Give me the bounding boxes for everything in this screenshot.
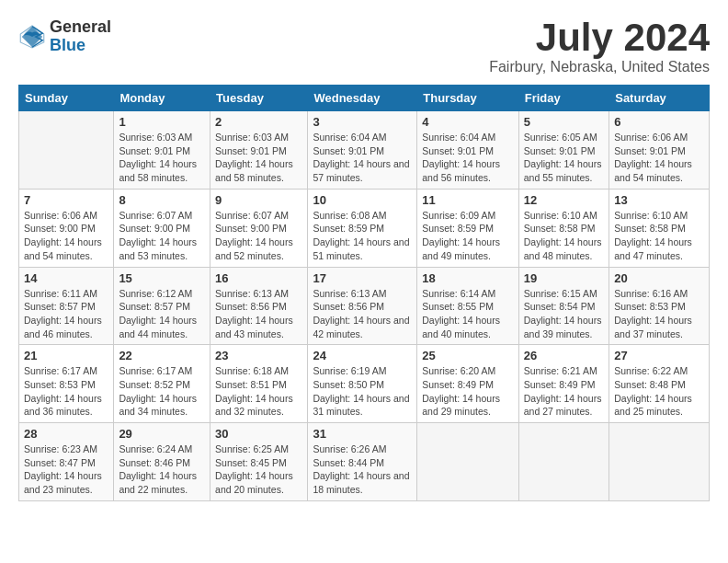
cell-date-number: 7	[24, 193, 108, 207]
cell-sun-info: Sunrise: 6:05 AMSunset: 9:01 PMDaylight:…	[524, 131, 604, 185]
logo-blue: Blue	[50, 37, 111, 55]
cell-date-number: 24	[313, 349, 412, 362]
calendar-cell: 4Sunrise: 6:04 AMSunset: 9:01 PMDaylight…	[417, 111, 519, 190]
title-block: July 2024 Fairbury, Nebraska, United Sta…	[489, 18, 710, 75]
page-header: General Blue July 2024 Fairbury, Nebrask…	[18, 18, 710, 75]
cell-date-number: 29	[119, 427, 205, 441]
cell-date-number: 4	[422, 115, 514, 129]
cell-sun-info: Sunrise: 6:23 AMSunset: 8:47 PMDaylight:…	[24, 442, 108, 497]
cell-sun-info: Sunrise: 6:16 AMSunset: 8:53 PMDaylight:…	[614, 287, 704, 341]
calendar-cell: 14Sunrise: 6:11 AMSunset: 8:57 PMDayligh…	[19, 267, 114, 345]
calendar-cell: 19Sunrise: 6:15 AMSunset: 8:54 PMDayligh…	[518, 267, 609, 345]
calendar-cell: 16Sunrise: 6:13 AMSunset: 8:56 PMDayligh…	[210, 267, 308, 345]
day-header-monday: Monday	[114, 86, 210, 111]
cell-sun-info: Sunrise: 6:14 AMSunset: 8:55 PMDaylight:…	[422, 287, 514, 341]
calendar-header-row: SundayMondayTuesdayWednesdayThursdayFrid…	[19, 86, 710, 111]
calendar-cell	[518, 423, 609, 501]
calendar-subtitle: Fairbury, Nebraska, United States	[489, 59, 710, 75]
calendar-cell	[417, 423, 519, 501]
cell-date-number: 17	[313, 271, 412, 285]
day-header-friday: Friday	[518, 86, 609, 111]
cell-date-number: 26	[524, 349, 604, 362]
cell-sun-info: Sunrise: 6:08 AMSunset: 8:59 PMDaylight:…	[313, 209, 412, 263]
cell-sun-info: Sunrise: 6:09 AMSunset: 8:59 PMDaylight:…	[422, 209, 514, 263]
cell-sun-info: Sunrise: 6:07 AMSunset: 9:00 PMDaylight:…	[215, 209, 302, 263]
calendar-cell: 27Sunrise: 6:22 AMSunset: 8:48 PMDayligh…	[609, 345, 710, 423]
cell-date-number: 14	[24, 271, 108, 285]
cell-date-number: 28	[24, 427, 108, 441]
calendar-cell: 5Sunrise: 6:05 AMSunset: 9:01 PMDaylight…	[518, 111, 609, 190]
cell-sun-info: Sunrise: 6:21 AMSunset: 8:49 PMDaylight:…	[524, 364, 604, 419]
cell-date-number: 3	[313, 115, 412, 129]
calendar-cell	[19, 111, 114, 190]
cell-sun-info: Sunrise: 6:20 AMSunset: 8:49 PMDaylight:…	[422, 364, 514, 419]
cell-sun-info: Sunrise: 6:06 AMSunset: 9:00 PMDaylight:…	[24, 209, 108, 263]
day-header-sunday: Sunday	[19, 86, 114, 111]
calendar-cell: 25Sunrise: 6:20 AMSunset: 8:49 PMDayligh…	[417, 345, 519, 423]
cell-sun-info: Sunrise: 6:10 AMSunset: 8:58 PMDaylight:…	[524, 209, 604, 263]
calendar-cell: 24Sunrise: 6:19 AMSunset: 8:50 PMDayligh…	[308, 345, 417, 423]
cell-date-number: 27	[614, 349, 704, 362]
calendar-cell: 7Sunrise: 6:06 AMSunset: 9:00 PMDaylight…	[19, 189, 114, 267]
cell-date-number: 25	[422, 349, 514, 362]
cell-date-number: 22	[119, 349, 205, 362]
calendar-cell: 11Sunrise: 6:09 AMSunset: 8:59 PMDayligh…	[417, 189, 519, 267]
cell-sun-info: Sunrise: 6:25 AMSunset: 8:45 PMDaylight:…	[215, 442, 302, 497]
calendar-week-row: 14Sunrise: 6:11 AMSunset: 8:57 PMDayligh…	[19, 267, 710, 345]
cell-sun-info: Sunrise: 6:13 AMSunset: 8:56 PMDaylight:…	[215, 287, 302, 341]
cell-date-number: 9	[215, 193, 302, 207]
cell-sun-info: Sunrise: 6:19 AMSunset: 8:50 PMDaylight:…	[313, 364, 412, 419]
cell-date-number: 21	[24, 349, 108, 362]
calendar-week-row: 28Sunrise: 6:23 AMSunset: 8:47 PMDayligh…	[19, 423, 710, 501]
calendar-cell: 20Sunrise: 6:16 AMSunset: 8:53 PMDayligh…	[609, 267, 710, 345]
calendar-cell	[609, 423, 710, 501]
day-header-tuesday: Tuesday	[210, 86, 308, 111]
cell-sun-info: Sunrise: 6:03 AMSunset: 9:01 PMDaylight:…	[215, 131, 302, 185]
calendar-cell: 1Sunrise: 6:03 AMSunset: 9:01 PMDaylight…	[114, 111, 210, 190]
calendar-cell: 21Sunrise: 6:17 AMSunset: 8:53 PMDayligh…	[19, 345, 114, 423]
calendar-week-row: 1Sunrise: 6:03 AMSunset: 9:01 PMDaylight…	[19, 111, 710, 190]
calendar-cell: 26Sunrise: 6:21 AMSunset: 8:49 PMDayligh…	[518, 345, 609, 423]
cell-sun-info: Sunrise: 6:24 AMSunset: 8:46 PMDaylight:…	[119, 442, 205, 497]
day-header-saturday: Saturday	[609, 86, 710, 111]
cell-date-number: 18	[422, 271, 514, 285]
cell-sun-info: Sunrise: 6:07 AMSunset: 9:00 PMDaylight:…	[119, 209, 205, 263]
cell-date-number: 6	[614, 115, 704, 129]
cell-sun-info: Sunrise: 6:13 AMSunset: 8:56 PMDaylight:…	[313, 287, 412, 341]
cell-date-number: 10	[313, 193, 412, 207]
cell-sun-info: Sunrise: 6:11 AMSunset: 8:57 PMDaylight:…	[24, 287, 108, 341]
logo-icon	[18, 23, 46, 51]
logo: General Blue	[18, 18, 111, 55]
calendar-cell: 10Sunrise: 6:08 AMSunset: 8:59 PMDayligh…	[308, 189, 417, 267]
cell-sun-info: Sunrise: 6:03 AMSunset: 9:01 PMDaylight:…	[119, 131, 205, 185]
cell-date-number: 8	[119, 193, 205, 207]
calendar-cell: 6Sunrise: 6:06 AMSunset: 9:01 PMDaylight…	[609, 111, 710, 190]
calendar-cell: 28Sunrise: 6:23 AMSunset: 8:47 PMDayligh…	[19, 423, 114, 501]
calendar-table: SundayMondayTuesdayWednesdayThursdayFrid…	[18, 85, 710, 501]
cell-sun-info: Sunrise: 6:18 AMSunset: 8:51 PMDaylight:…	[215, 364, 302, 419]
cell-sun-info: Sunrise: 6:04 AMSunset: 9:01 PMDaylight:…	[313, 131, 412, 185]
cell-date-number: 13	[614, 193, 704, 207]
calendar-cell: 31Sunrise: 6:26 AMSunset: 8:44 PMDayligh…	[308, 423, 417, 501]
cell-sun-info: Sunrise: 6:15 AMSunset: 8:54 PMDaylight:…	[524, 287, 604, 341]
cell-date-number: 31	[313, 427, 412, 441]
cell-sun-info: Sunrise: 6:17 AMSunset: 8:52 PMDaylight:…	[119, 364, 205, 419]
day-header-thursday: Thursday	[417, 86, 519, 111]
calendar-cell: 29Sunrise: 6:24 AMSunset: 8:46 PMDayligh…	[114, 423, 210, 501]
cell-date-number: 23	[215, 349, 302, 362]
cell-date-number: 20	[614, 271, 704, 285]
calendar-title: July 2024	[489, 18, 710, 57]
calendar-cell: 22Sunrise: 6:17 AMSunset: 8:52 PMDayligh…	[114, 345, 210, 423]
cell-sun-info: Sunrise: 6:22 AMSunset: 8:48 PMDaylight:…	[614, 364, 704, 419]
cell-sun-info: Sunrise: 6:04 AMSunset: 9:01 PMDaylight:…	[422, 131, 514, 185]
cell-date-number: 15	[119, 271, 205, 285]
calendar-cell: 23Sunrise: 6:18 AMSunset: 8:51 PMDayligh…	[210, 345, 308, 423]
calendar-cell: 2Sunrise: 6:03 AMSunset: 9:01 PMDaylight…	[210, 111, 308, 190]
cell-date-number: 11	[422, 193, 514, 207]
calendar-cell: 12Sunrise: 6:10 AMSunset: 8:58 PMDayligh…	[518, 189, 609, 267]
calendar-cell: 17Sunrise: 6:13 AMSunset: 8:56 PMDayligh…	[308, 267, 417, 345]
cell-date-number: 5	[524, 115, 604, 129]
calendar-cell: 3Sunrise: 6:04 AMSunset: 9:01 PMDaylight…	[308, 111, 417, 190]
cell-date-number: 30	[215, 427, 302, 441]
cell-date-number: 16	[215, 271, 302, 285]
